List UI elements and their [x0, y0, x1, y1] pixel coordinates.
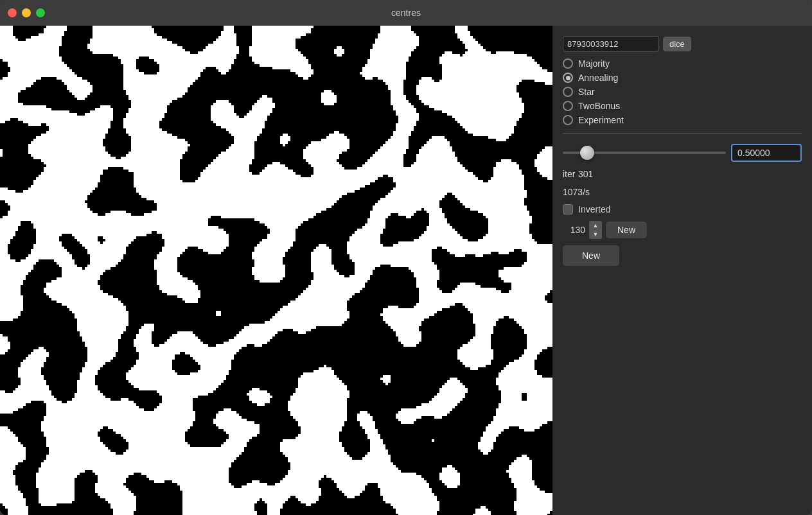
radio-twobonus-label: TwoBonus [578, 101, 620, 111]
radio-annealing-label: Annealing [578, 73, 618, 83]
dice-button[interactable]: dice [663, 37, 691, 51]
radio-experiment-circle [563, 115, 573, 125]
radio-experiment-label: Experiment [578, 115, 624, 125]
stepper-row: 130 ▲ ▼ New [563, 221, 802, 239]
radio-star[interactable]: Star [563, 87, 802, 97]
maximize-button[interactable] [36, 8, 45, 17]
inverted-checkbox[interactable] [563, 204, 573, 214]
radio-star-circle [563, 87, 573, 97]
title-bar: centres [0, 0, 812, 26]
radio-experiment[interactable]: Experiment [563, 115, 802, 125]
stepper-buttons: ▲ ▼ [589, 221, 602, 239]
close-button[interactable] [8, 8, 17, 17]
radio-group: Majority Annealing Star TwoBonus Experim… [563, 58, 802, 125]
seed-row: dice [563, 36, 802, 52]
radio-twobonus-circle [563, 101, 573, 111]
iter-label: iter [563, 169, 575, 179]
radio-twobonus[interactable]: TwoBonus [563, 101, 802, 111]
new-button-large[interactable]: New [563, 245, 619, 266]
seed-input[interactable] [563, 36, 659, 52]
inverted-row: Inverted [563, 204, 802, 214]
inverted-label: Inverted [578, 204, 611, 214]
radio-star-label: Star [578, 87, 595, 97]
slider-thumb[interactable] [580, 146, 594, 160]
main-window: centres dice Majority Annealing [0, 0, 812, 515]
radio-annealing-circle [563, 73, 573, 83]
divider [563, 133, 802, 134]
slider-track[interactable] [563, 152, 726, 154]
content-area: dice Majority Annealing Star TwoBonus [0, 26, 812, 515]
iter-display: iter 301 [563, 168, 802, 180]
radio-majority[interactable]: Majority [563, 58, 802, 69]
new-button-row: New [563, 245, 802, 266]
radio-annealing[interactable]: Annealing [563, 73, 802, 83]
iter-number: 301 [578, 169, 593, 179]
stepper-down-button[interactable]: ▼ [589, 230, 602, 239]
radio-majority-label: Majority [578, 58, 610, 69]
stepper-value: 130 [563, 225, 585, 235]
radio-majority-circle [563, 58, 573, 69]
canvas-area [0, 26, 552, 515]
window-title: centres [391, 8, 421, 18]
slider-row [563, 144, 802, 162]
automata-canvas [0, 26, 552, 515]
speed-display: 1073/s [563, 186, 802, 198]
value-input[interactable] [731, 144, 802, 162]
new-button-inline[interactable]: New [606, 222, 647, 238]
traffic-lights [8, 8, 45, 17]
minimize-button[interactable] [22, 8, 31, 17]
sidebar: dice Majority Annealing Star TwoBonus [552, 26, 812, 515]
stepper-up-button[interactable]: ▲ [589, 221, 602, 230]
speed-value: 1073/s [563, 187, 590, 197]
